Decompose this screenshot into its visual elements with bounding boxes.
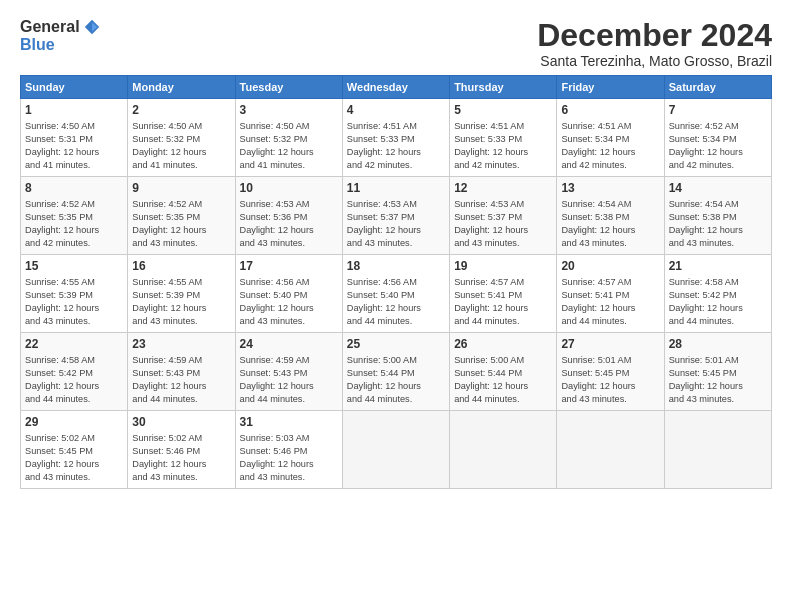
day-number: 6: [561, 102, 659, 118]
day-content: Sunrise: 4:50 AMSunset: 5:31 PMDaylight:…: [25, 121, 99, 169]
day-number: 8: [25, 180, 123, 196]
calendar-cell: 29 Sunrise: 5:02 AMSunset: 5:45 PMDaylig…: [21, 411, 128, 489]
day-number: 11: [347, 180, 445, 196]
calendar-cell: 8 Sunrise: 4:52 AMSunset: 5:35 PMDayligh…: [21, 177, 128, 255]
calendar-cell: 5 Sunrise: 4:51 AMSunset: 5:33 PMDayligh…: [450, 99, 557, 177]
day-content: Sunrise: 4:50 AMSunset: 5:32 PMDaylight:…: [132, 121, 206, 169]
day-content: Sunrise: 4:55 AMSunset: 5:39 PMDaylight:…: [132, 277, 206, 325]
day-number: 1: [25, 102, 123, 118]
day-content: Sunrise: 4:54 AMSunset: 5:38 PMDaylight:…: [561, 199, 635, 247]
calendar-cell: 3 Sunrise: 4:50 AMSunset: 5:32 PMDayligh…: [235, 99, 342, 177]
day-content: Sunrise: 4:54 AMSunset: 5:38 PMDaylight:…: [669, 199, 743, 247]
calendar-cell: [450, 411, 557, 489]
calendar-cell: [557, 411, 664, 489]
calendar-week-row: 22 Sunrise: 4:58 AMSunset: 5:42 PMDaylig…: [21, 333, 772, 411]
calendar-cell: 7 Sunrise: 4:52 AMSunset: 5:34 PMDayligh…: [664, 99, 771, 177]
day-content: Sunrise: 5:02 AMSunset: 5:46 PMDaylight:…: [132, 433, 206, 481]
day-number: 21: [669, 258, 767, 274]
calendar-cell: 28 Sunrise: 5:01 AMSunset: 5:45 PMDaylig…: [664, 333, 771, 411]
calendar-week-row: 15 Sunrise: 4:55 AMSunset: 5:39 PMDaylig…: [21, 255, 772, 333]
calendar-week-row: 29 Sunrise: 5:02 AMSunset: 5:45 PMDaylig…: [21, 411, 772, 489]
calendar-cell: 20 Sunrise: 4:57 AMSunset: 5:41 PMDaylig…: [557, 255, 664, 333]
day-number: 19: [454, 258, 552, 274]
location-subtitle: Santa Terezinha, Mato Grosso, Brazil: [537, 53, 772, 69]
weekday-header-cell: Monday: [128, 76, 235, 99]
day-number: 22: [25, 336, 123, 352]
page: General Blue December 2024 Santa Terezin…: [0, 0, 792, 612]
day-number: 9: [132, 180, 230, 196]
day-number: 17: [240, 258, 338, 274]
day-number: 13: [561, 180, 659, 196]
day-number: 18: [347, 258, 445, 274]
day-content: Sunrise: 5:03 AMSunset: 5:46 PMDaylight:…: [240, 433, 314, 481]
calendar-week-row: 8 Sunrise: 4:52 AMSunset: 5:35 PMDayligh…: [21, 177, 772, 255]
day-number: 29: [25, 414, 123, 430]
logo-general-text: General: [20, 18, 80, 36]
day-number: 28: [669, 336, 767, 352]
calendar-cell: 24 Sunrise: 4:59 AMSunset: 5:43 PMDaylig…: [235, 333, 342, 411]
day-content: Sunrise: 4:53 AMSunset: 5:37 PMDaylight:…: [454, 199, 528, 247]
day-number: 26: [454, 336, 552, 352]
day-number: 14: [669, 180, 767, 196]
weekday-header-cell: Friday: [557, 76, 664, 99]
day-content: Sunrise: 5:02 AMSunset: 5:45 PMDaylight:…: [25, 433, 99, 481]
logo-icon: [83, 18, 101, 36]
logo: General Blue: [20, 18, 101, 54]
calendar-cell: 12 Sunrise: 4:53 AMSunset: 5:37 PMDaylig…: [450, 177, 557, 255]
weekday-header-cell: Saturday: [664, 76, 771, 99]
calendar-cell: 23 Sunrise: 4:59 AMSunset: 5:43 PMDaylig…: [128, 333, 235, 411]
day-number: 30: [132, 414, 230, 430]
calendar-cell: 2 Sunrise: 4:50 AMSunset: 5:32 PMDayligh…: [128, 99, 235, 177]
calendar-cell: 10 Sunrise: 4:53 AMSunset: 5:36 PMDaylig…: [235, 177, 342, 255]
calendar-cell: 26 Sunrise: 5:00 AMSunset: 5:44 PMDaylig…: [450, 333, 557, 411]
weekday-header-row: SundayMondayTuesdayWednesdayThursdayFrid…: [21, 76, 772, 99]
calendar-cell: 4 Sunrise: 4:51 AMSunset: 5:33 PMDayligh…: [342, 99, 449, 177]
day-content: Sunrise: 4:57 AMSunset: 5:41 PMDaylight:…: [454, 277, 528, 325]
day-content: Sunrise: 4:59 AMSunset: 5:43 PMDaylight:…: [240, 355, 314, 403]
calendar-cell: 31 Sunrise: 5:03 AMSunset: 5:46 PMDaylig…: [235, 411, 342, 489]
day-content: Sunrise: 4:55 AMSunset: 5:39 PMDaylight:…: [25, 277, 99, 325]
day-number: 25: [347, 336, 445, 352]
day-number: 27: [561, 336, 659, 352]
day-content: Sunrise: 4:52 AMSunset: 5:35 PMDaylight:…: [25, 199, 99, 247]
weekday-header-cell: Sunday: [21, 76, 128, 99]
title-block: December 2024 Santa Terezinha, Mato Gros…: [537, 18, 772, 69]
logo-blue-text: Blue: [20, 36, 55, 54]
calendar-cell: 21 Sunrise: 4:58 AMSunset: 5:42 PMDaylig…: [664, 255, 771, 333]
calendar-cell: 13 Sunrise: 4:54 AMSunset: 5:38 PMDaylig…: [557, 177, 664, 255]
day-content: Sunrise: 4:52 AMSunset: 5:34 PMDaylight:…: [669, 121, 743, 169]
weekday-header-cell: Wednesday: [342, 76, 449, 99]
header: General Blue December 2024 Santa Terezin…: [20, 18, 772, 69]
calendar-cell: 1 Sunrise: 4:50 AMSunset: 5:31 PMDayligh…: [21, 99, 128, 177]
day-content: Sunrise: 5:00 AMSunset: 5:44 PMDaylight:…: [454, 355, 528, 403]
day-content: Sunrise: 4:56 AMSunset: 5:40 PMDaylight:…: [347, 277, 421, 325]
day-number: 20: [561, 258, 659, 274]
day-number: 16: [132, 258, 230, 274]
day-content: Sunrise: 4:52 AMSunset: 5:35 PMDaylight:…: [132, 199, 206, 247]
calendar-cell: 30 Sunrise: 5:02 AMSunset: 5:46 PMDaylig…: [128, 411, 235, 489]
day-number: 24: [240, 336, 338, 352]
day-content: Sunrise: 5:00 AMSunset: 5:44 PMDaylight:…: [347, 355, 421, 403]
calendar-week-row: 1 Sunrise: 4:50 AMSunset: 5:31 PMDayligh…: [21, 99, 772, 177]
weekday-header-cell: Tuesday: [235, 76, 342, 99]
day-number: 2: [132, 102, 230, 118]
day-content: Sunrise: 4:58 AMSunset: 5:42 PMDaylight:…: [25, 355, 99, 403]
day-number: 3: [240, 102, 338, 118]
calendar-cell: 27 Sunrise: 5:01 AMSunset: 5:45 PMDaylig…: [557, 333, 664, 411]
day-content: Sunrise: 4:51 AMSunset: 5:34 PMDaylight:…: [561, 121, 635, 169]
day-number: 5: [454, 102, 552, 118]
day-number: 7: [669, 102, 767, 118]
calendar-cell: 19 Sunrise: 4:57 AMSunset: 5:41 PMDaylig…: [450, 255, 557, 333]
day-content: Sunrise: 5:01 AMSunset: 5:45 PMDaylight:…: [561, 355, 635, 403]
day-content: Sunrise: 4:50 AMSunset: 5:32 PMDaylight:…: [240, 121, 314, 169]
calendar-cell: 15 Sunrise: 4:55 AMSunset: 5:39 PMDaylig…: [21, 255, 128, 333]
day-number: 15: [25, 258, 123, 274]
day-number: 4: [347, 102, 445, 118]
day-content: Sunrise: 4:51 AMSunset: 5:33 PMDaylight:…: [454, 121, 528, 169]
calendar-cell: 16 Sunrise: 4:55 AMSunset: 5:39 PMDaylig…: [128, 255, 235, 333]
calendar-cell: 14 Sunrise: 4:54 AMSunset: 5:38 PMDaylig…: [664, 177, 771, 255]
day-number: 12: [454, 180, 552, 196]
month-title: December 2024: [537, 18, 772, 53]
calendar-table: SundayMondayTuesdayWednesdayThursdayFrid…: [20, 75, 772, 489]
calendar-cell: 22 Sunrise: 4:58 AMSunset: 5:42 PMDaylig…: [21, 333, 128, 411]
